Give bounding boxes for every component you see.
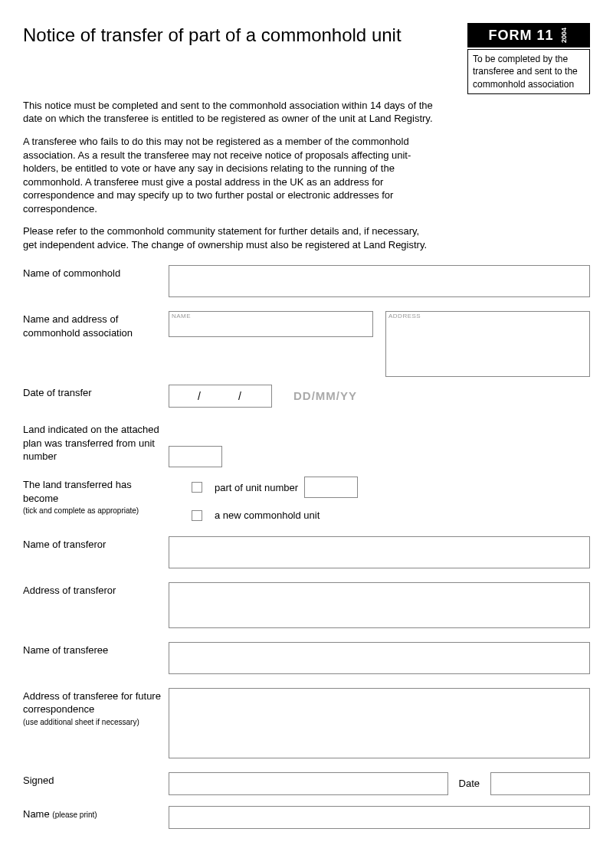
input-sign-date[interactable] (490, 772, 590, 795)
hint-name: NAME (172, 313, 191, 321)
input-print-name[interactable] (169, 806, 590, 829)
input-signature[interactable] (169, 772, 448, 795)
input-transferor-name[interactable] (169, 536, 590, 568)
date-separator: / / (198, 389, 243, 404)
input-transferee-addr[interactable] (169, 688, 590, 758)
page-title: Notice of transfer of part of a commonho… (23, 23, 467, 47)
label-transfer-date: Date of transfer (23, 385, 169, 400)
input-from-unit-number[interactable] (169, 446, 222, 467)
label-from-unit: Land indicated on the attached plan was … (23, 421, 169, 463)
label-association: Name and address of commonhold associati… (23, 311, 169, 339)
input-association-name[interactable] (169, 311, 373, 337)
completion-note: To be completed by the transferee and se… (467, 49, 590, 94)
label-print-name: Name (23, 808, 52, 820)
form-year: 2004 (559, 28, 569, 43)
sublabel-become: (tick and complete as appropriate) (23, 506, 169, 516)
input-transferee-name[interactable] (169, 642, 590, 674)
input-commonhold-name[interactable] (169, 265, 590, 297)
input-transferor-addr[interactable] (169, 582, 590, 628)
intro-paragraph-1: This notice must be completed and sent t… (23, 99, 434, 126)
label-become: The land transferred has become (23, 479, 132, 504)
input-part-of-unit-number[interactable] (304, 477, 358, 498)
checkbox-part-of-unit[interactable] (192, 482, 202, 493)
label-transferee-addr: Address of transferee for future corresp… (23, 690, 161, 716)
label-transferor-addr: Address of transferor (23, 582, 169, 598)
label-part-of-unit: part of unit number (215, 481, 298, 495)
checkbox-new-unit[interactable] (192, 510, 202, 521)
label-new-unit: a new commonhold unit (215, 509, 320, 522)
input-transfer-date[interactable]: / / (169, 385, 272, 408)
intro-paragraph-3: Please refer to the commonhold community… (23, 224, 434, 251)
intro-paragraph-2: A transferee who fails to do this may no… (23, 135, 434, 215)
label-commonhold-name: Name of commonhold (23, 265, 169, 280)
hint-address: ADDRESS (388, 313, 421, 321)
label-transferee-name: Name of transferee (23, 642, 169, 657)
form-badge: FORM 11 2004 (467, 23, 590, 47)
form-number: FORM 11 (488, 26, 553, 44)
input-association-address[interactable] (385, 311, 590, 377)
label-sign-date: Date (459, 777, 480, 791)
sublabel-transferee-addr: (use additional sheet if necessary) (23, 717, 169, 728)
label-transferor-name: Name of transferor (23, 536, 169, 552)
label-signed: Signed (23, 772, 169, 788)
sublabel-print-name: (please print) (52, 811, 97, 819)
date-format-hint: DD/MM/YY (293, 388, 357, 404)
